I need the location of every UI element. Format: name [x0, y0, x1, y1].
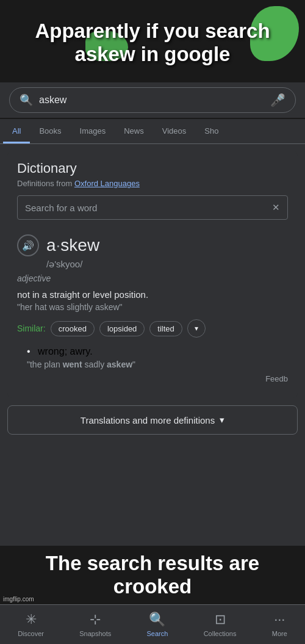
example-2-bold-askew: askew	[107, 360, 132, 369]
example-2-after: "	[132, 360, 135, 369]
definition-2: wrong; awry.	[17, 346, 288, 357]
tab-videos[interactable]: Videos	[153, 119, 196, 143]
word-search-field[interactable]: Search for a word ✕	[17, 195, 288, 220]
definition-1: not in a straight or level position.	[17, 289, 288, 300]
example-2-bold-went: went	[63, 360, 82, 369]
meme-bottom-text: The search results are crooked	[9, 552, 296, 598]
definition-2-text: wrong; awry.	[38, 346, 93, 356]
word-header: 🔊 a·skew	[17, 234, 288, 256]
translations-button[interactable]: Translations and more definitions ▾	[7, 405, 298, 435]
main-content: Dictionary Definitions from Oxford Langu…	[0, 143, 305, 571]
similar-chip-crooked[interactable]: crooked	[51, 321, 95, 336]
tab-shop[interactable]: Sho	[195, 119, 228, 143]
similar-label: Similar:	[17, 324, 46, 333]
discover-label: Discover	[18, 630, 44, 637]
word-search-placeholder: Search for a word	[25, 203, 97, 213]
collections-label: Collections	[204, 630, 237, 637]
feedback-text: Feedb	[17, 374, 288, 383]
meme-top-text: Apparently if you search askew in google	[0, 13, 305, 72]
nav-snapshots[interactable]: ⊹ Snapshots	[79, 612, 111, 637]
dictionary-source: Definitions from Oxford Languages	[17, 179, 288, 188]
tab-news[interactable]: News	[115, 119, 153, 143]
word-search-icon: ✕	[272, 202, 280, 213]
oxford-languages-link[interactable]: Oxford Languages	[74, 179, 140, 188]
chevron-down-icon: ▾	[195, 324, 198, 333]
example-2-before: "the plan	[27, 360, 63, 369]
speaker-button[interactable]: 🔊	[17, 234, 39, 256]
snapshots-icon: ⊹	[90, 612, 101, 628]
example-1: "her hat was slightly askew"	[17, 302, 288, 312]
part-of-speech: adjective	[17, 273, 288, 283]
chevron-down-icon: ▾	[220, 414, 224, 425]
snapshots-label: Snapshots	[79, 630, 111, 637]
nav-discover[interactable]: ✳ Discover	[18, 612, 44, 637]
bottom-navigation: ✳ Discover ⊹ Snapshots 🔍 Search ⊡ Collec…	[0, 604, 305, 644]
search-label: Search	[147, 630, 168, 637]
example-2: "the plan went sadly askew"	[17, 360, 288, 369]
search-nav-tabs: All Books Images News Videos Sho	[0, 119, 305, 144]
microphone-icon[interactable]: 🎤	[270, 93, 285, 107]
word-title: a·skew	[46, 236, 99, 255]
tab-books[interactable]: Books	[30, 119, 70, 143]
search-bar-container: 🔍 askew 🎤	[0, 82, 305, 118]
more-label: More	[272, 630, 287, 637]
tab-all[interactable]: All	[3, 119, 30, 143]
meme-top-overlay: Apparently if you search askew in google	[0, 0, 305, 85]
speaker-icon: 🔊	[22, 240, 34, 251]
imgflip-credit: imgflip.com	[3, 596, 34, 602]
collections-icon: ⊡	[215, 612, 226, 628]
search-bar[interactable]: 🔍 askew 🎤	[9, 87, 296, 113]
similar-row: Similar: crooked lopsided tilted ▾	[17, 319, 288, 338]
search-query[interactable]: askew	[39, 95, 264, 106]
dictionary-title: Dictionary	[17, 161, 288, 176]
tab-images[interactable]: Images	[71, 119, 115, 143]
nav-search[interactable]: 🔍 Search	[147, 612, 168, 637]
discover-icon: ✳	[26, 612, 37, 628]
search-icon: 🔍	[149, 612, 165, 628]
nav-collections[interactable]: ⊡ Collections	[204, 612, 237, 637]
translations-label: Translations and more definitions	[81, 415, 215, 425]
word-entry: 🔊 a·skew /ə'skyoo/ adjective not in a st…	[17, 230, 288, 388]
nav-more[interactable]: ··· More	[272, 612, 287, 637]
search-icon: 🔍	[20, 93, 33, 107]
similar-chip-lopsided[interactable]: lopsided	[99, 321, 145, 336]
similar-chip-tilted[interactable]: tilted	[149, 321, 182, 336]
more-icon: ···	[274, 612, 285, 628]
expand-similar-button[interactable]: ▾	[187, 319, 206, 338]
dictionary-card: Dictionary Definitions from Oxford Langu…	[7, 151, 298, 398]
word-phonetic: /ə'skyoo/	[46, 259, 288, 270]
meme-bottom-overlay: The search results are crooked	[0, 546, 305, 604]
example-2-middle: sadly	[82, 360, 107, 369]
